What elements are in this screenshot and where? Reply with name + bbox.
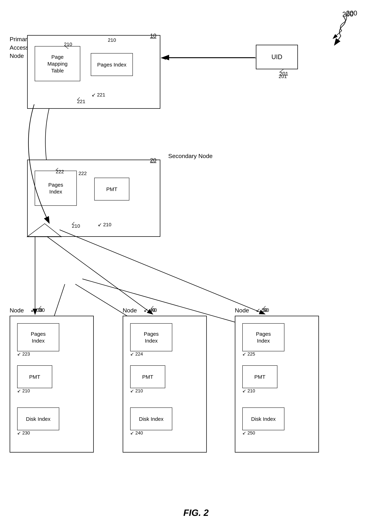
- ref-200: 200: [342, 10, 354, 18]
- node50-disk-index-ref: ↙ 250: [242, 430, 255, 436]
- node40-label: Node: [123, 307, 137, 314]
- primary-node-ref: 10: [150, 33, 156, 39]
- node50-ref: ↙ 50: [256, 307, 268, 313]
- pages-index-222-ref: 222: [79, 171, 87, 176]
- diagram-container: 200 PrimaryAccessNode 10 210 PageMapping…: [0, 0, 392, 532]
- node30-box: PagesIndex ↙ 223 PMT ↙ 210 Disk Index ↙ …: [10, 316, 94, 452]
- primary-pages-index-box: Pages Index: [91, 53, 133, 76]
- secondary-node-label: Secondary Node: [168, 153, 213, 159]
- uid-label: UID: [271, 53, 282, 61]
- node30-pages-index-box: PagesIndex: [17, 323, 59, 351]
- node50-pmt-box: PMT: [242, 365, 277, 388]
- secondary-pmt-box: PMT: [94, 178, 129, 200]
- node30-pmt-box: PMT: [17, 365, 52, 388]
- primary-node-box: 10 210 PageMappingTable Pages Index ↙ 22…: [27, 35, 160, 109]
- page-mapping-table-box: PageMappingTable: [35, 46, 80, 81]
- figure-label: FIG. 2: [183, 508, 209, 518]
- uid-box: UID: [256, 45, 298, 69]
- node40-pmt-box: PMT: [130, 365, 165, 388]
- secondary-node-box: 20 PagesIndex 222 PMT ↙ 210: [27, 160, 160, 237]
- node40-pages-index-ref: ↙ 224: [130, 351, 143, 357]
- node30-pmt-ref: ↙ 210: [17, 388, 30, 394]
- pages-index-221-ref: ↙ 221: [92, 92, 105, 98]
- node40-disk-index-box: Disk Index: [130, 408, 172, 430]
- node30-label: Node: [10, 307, 24, 314]
- node30-disk-index-box: Disk Index: [17, 408, 59, 430]
- node30-pages-index-ref: ↙ 223: [17, 351, 30, 357]
- node40-pages-index-box: PagesIndex: [130, 323, 172, 351]
- node40-ref: ↙ 40: [144, 307, 155, 313]
- secondary-node-ref: 20: [150, 157, 156, 163]
- node50-disk-index-box: Disk Index: [242, 408, 285, 430]
- node30-disk-index-ref: ↙ 230: [17, 430, 30, 436]
- secondary-pages-index-box: PagesIndex: [35, 171, 77, 206]
- node50-pages-index-ref: ↙ 225: [242, 351, 255, 357]
- node40-disk-index-ref: ↙ 240: [130, 430, 143, 436]
- secondary-pmt-ref: ↙ 210: [98, 222, 112, 228]
- pmt-ref-210: 210: [108, 37, 116, 43]
- node50-pages-index-box: PagesIndex: [242, 323, 285, 351]
- node30-ref: ↙ 30: [31, 307, 42, 313]
- node50-pmt-ref: ↙ 210: [242, 388, 255, 394]
- node50-label: Node: [235, 307, 249, 314]
- node40-pmt-ref: ↙ 210: [130, 388, 143, 394]
- uid-ref: 201: [279, 74, 287, 79]
- node40-box: PagesIndex ↙ 224 PMT ↙ 210 Disk Index ↙ …: [123, 316, 207, 452]
- node50-box: PagesIndex ↙ 225 PMT ↙ 210 Disk Index ↙ …: [235, 316, 319, 452]
